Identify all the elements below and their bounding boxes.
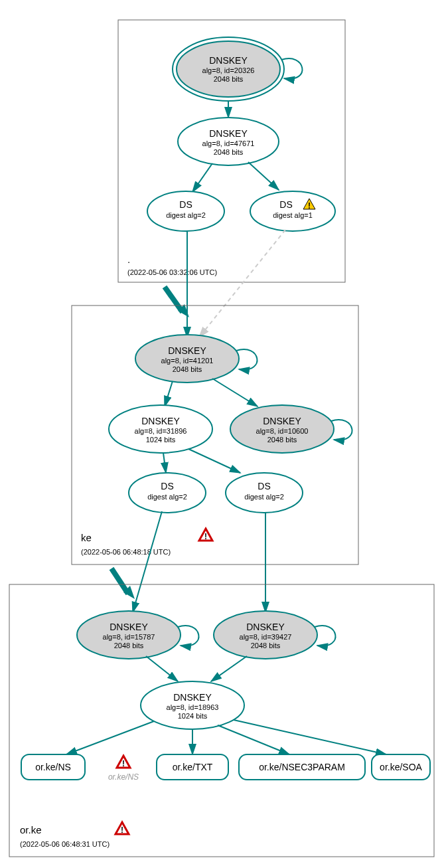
ke-dnskey-extra-sub1: alg=8, id=10600 bbox=[256, 427, 309, 435]
zone-orke-ts: (2022-05-06 06:48:31 UTC) bbox=[20, 840, 110, 848]
ke-dnskey-zsk-title: DNSKEY bbox=[141, 416, 180, 426]
zone-root: . (2022-05-06 03:32:06 UTC) DNSKEY alg=8… bbox=[118, 20, 345, 282]
orke-dnskey-zsk: DNSKEY alg=8, id=18963 1024 bits bbox=[141, 681, 244, 729]
ke-dnskey-ksk-title: DNSKEY bbox=[168, 345, 206, 356]
zone-root-ts: (2022-05-06 03:32:06 UTC) bbox=[127, 268, 217, 276]
warn-red-icon bbox=[117, 756, 130, 768]
orke-dnskey-ksk1: DNSKEY alg=8, id=15787 2048 bits bbox=[77, 611, 198, 659]
orke-dnskey-zsk-title: DNSKEY bbox=[173, 692, 212, 703]
warn-red-icon bbox=[115, 822, 129, 835]
edge-ke-ds1-to-orke-ksk1 bbox=[133, 511, 162, 612]
root-ds2: DS digest alg=1 bbox=[250, 191, 335, 231]
ke-dnskey-ksk-sub2: 2048 bits bbox=[173, 365, 202, 373]
root-dnskey-zsk: DNSKEY alg=8, id=47671 2048 bits bbox=[178, 118, 279, 165]
ke-ds2-title: DS bbox=[258, 481, 270, 491]
ke-ds2: DS digest alg=2 bbox=[226, 473, 303, 513]
orke-rr-txt-label: or.ke/TXT bbox=[173, 762, 213, 772]
orke-dnskey-zsk-sub2: 1024 bits bbox=[178, 712, 208, 720]
ke-ds1-title: DS bbox=[161, 481, 173, 491]
root-ds1-sub: digest alg=2 bbox=[166, 211, 206, 219]
orke-dnskey-ksk2: DNSKEY alg=8, id=39427 2048 bits bbox=[214, 611, 335, 659]
zone-ke: ke (2022-05-06 06:48:18 UTC) DNSKEY alg=… bbox=[72, 305, 358, 564]
root-dnskey-ksk: DNSKEY alg=8, id=20326 2048 bits bbox=[173, 37, 302, 101]
orke-rr-soa: or.ke/SOA bbox=[372, 754, 430, 780]
orke-rr-soa-label: or.ke/SOA bbox=[380, 762, 422, 772]
edge-root-ds2-to-ke-ksk-dashed bbox=[199, 230, 285, 337]
root-ds2-title: DS bbox=[279, 199, 292, 210]
root-dnskey-zsk-sub1: alg=8, id=47671 bbox=[202, 139, 255, 147]
ke-dnskey-zsk: DNSKEY alg=8, id=31896 1024 bits bbox=[109, 405, 212, 453]
orke-rr-ns-ghost-label: or.ke/NS bbox=[108, 772, 139, 782]
orke-dnskey-zsk-sub1: alg=8, id=18963 bbox=[167, 703, 219, 711]
root-ds2-sub: digest alg=1 bbox=[273, 211, 313, 219]
ke-dnskey-extra-sub2: 2048 bits bbox=[267, 436, 297, 444]
ke-dnskey-ksk: DNSKEY alg=8, id=41201 2048 bits bbox=[135, 335, 257, 383]
orke-dnskey-ksk1-sub1: alg=8, id=15787 bbox=[103, 633, 155, 641]
ke-ds2-sub: digest alg=2 bbox=[244, 493, 284, 501]
delegation-arrow-root-ke bbox=[165, 287, 183, 312]
ke-dnskey-extra-title: DNSKEY bbox=[263, 416, 301, 426]
orke-dnskey-ksk1-sub2: 2048 bits bbox=[114, 642, 144, 650]
ke-dnskey-extra: DNSKEY alg=8, id=10600 2048 bits bbox=[230, 405, 352, 453]
orke-dnskey-ksk2-title: DNSKEY bbox=[246, 622, 285, 632]
ke-ds1: DS digest alg=2 bbox=[129, 473, 206, 513]
zone-ke-name: ke bbox=[81, 532, 92, 543]
delegation-arrow-ke-orke bbox=[111, 568, 128, 594]
root-ds1: DS digest alg=2 bbox=[147, 191, 224, 231]
ke-dnskey-zsk-sub1: alg=8, id=31896 bbox=[135, 427, 187, 435]
orke-rr-ns: or.ke/NS bbox=[21, 754, 85, 780]
orke-rr-ns-ghost: or.ke/NS bbox=[108, 756, 139, 782]
orke-rr-ns-label: or.ke/NS bbox=[35, 762, 71, 772]
orke-rr-txt: or.ke/TXT bbox=[157, 754, 228, 780]
root-dnskey-zsk-title: DNSKEY bbox=[209, 128, 248, 139]
orke-rr-nsec3-label: or.ke/NSEC3PARAM bbox=[259, 762, 345, 772]
zone-orke: or.ke (2022-05-06 06:48:31 UTC) DNSKEY a… bbox=[9, 584, 434, 857]
zone-orke-name: or.ke bbox=[20, 824, 42, 835]
root-dnskey-ksk-sub2: 2048 bits bbox=[214, 75, 244, 83]
root-dnskey-ksk-title: DNSKEY bbox=[209, 55, 248, 66]
root-dnskey-ksk-sub1: alg=8, id=20326 bbox=[202, 66, 255, 74]
warn-red-icon bbox=[199, 529, 212, 541]
ke-dnskey-zsk-sub2: 1024 bits bbox=[146, 436, 176, 444]
orke-dnskey-ksk1-title: DNSKEY bbox=[110, 622, 148, 632]
orke-rr-nsec3param: or.ke/NSEC3PARAM bbox=[239, 754, 365, 780]
root-ds1-title: DS bbox=[179, 199, 192, 210]
ke-dnskey-ksk-sub1: alg=8, id=41201 bbox=[161, 357, 214, 365]
orke-dnskey-ksk2-sub2: 2048 bits bbox=[251, 642, 281, 650]
ke-ds1-sub: digest alg=2 bbox=[147, 493, 187, 501]
orke-dnskey-ksk2-sub1: alg=8, id=39427 bbox=[240, 633, 292, 641]
root-dnskey-zsk-sub2: 2048 bits bbox=[214, 148, 244, 156]
zone-root-name: . bbox=[127, 254, 130, 265]
zone-ke-ts: (2022-05-06 06:48:18 UTC) bbox=[81, 548, 171, 556]
